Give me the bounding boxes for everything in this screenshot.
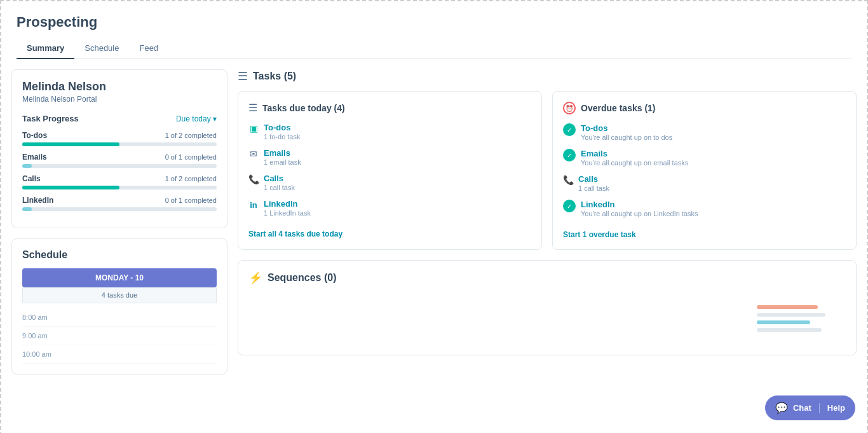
schedule-title: Schedule [22,249,217,261]
linkedin-icon-due: in [248,200,259,210]
task-item-emails-due: ✉ Emails 1 email task [248,148,531,166]
tasks-overdue-card: ⏰ Overdue tasks (1) ✓ To-dos You're all [552,91,857,250]
schedule-card: Schedule MONDAY - 10 4 tasks due 8:00 am… [11,238,227,375]
progress-bar-bg-calls [22,186,217,189]
progress-count-linkedin: 0 of 1 completed [165,196,217,204]
progress-bar-fill-todos [22,142,119,146]
chat-label: Chat [793,403,811,413]
chat-button[interactable]: 💬 Chat Help [765,395,855,420]
time-label-10am: 10:00 am [22,350,60,358]
task-name-calls-overdue[interactable]: Calls [578,174,609,184]
todo-icon-due: ▣ [248,123,259,134]
due-today-filter[interactable]: Due today ▾ [176,114,217,123]
task-name-calls-due[interactable]: Calls [264,174,295,183]
sequences-empty [248,292,846,345]
task-item-emails-overdue: ✓ Emails You're all caught up on email t… [563,149,846,167]
tasks-overdue-header: ⏰ Overdue tasks (1) [563,102,846,114]
user-name: Melinda Nelson [22,80,217,93]
progress-label-linkedin: LinkedIn [22,196,53,205]
tasks-overdue-title: Overdue tasks (1) [581,103,656,113]
schedule-tasks-due: 4 tasks due [22,287,217,303]
page-title: Prospecting [17,14,851,31]
task-sub-todos-due: 1 to-do task [264,133,300,141]
progress-bar-fill-calls [22,186,119,189]
time-label-8am: 8:00 am [22,313,60,321]
progress-bar-fill-linkedin [22,207,32,211]
task-name-todos-overdue[interactable]: To-dos [581,123,672,133]
start-overdue-task-link[interactable]: Start 1 overdue task [563,230,636,239]
tasks-grid: ☰ Tasks due today (4) ▣ To-dos 1 to-do t… [238,91,857,250]
task-name-linkedin-due[interactable]: LinkedIn [264,199,311,209]
user-card: Melinda Nelson Melinda Nelson Portal Tas… [11,69,227,228]
tab-summary[interactable]: Summary [17,38,74,59]
progress-bar-fill-emails [22,164,32,168]
seq-line-2 [757,313,825,317]
schedule-day-header[interactable]: MONDAY - 10 [22,268,217,287]
check-icon-emails-overdue: ✓ [563,149,576,162]
progress-count-calls: 1 of 2 completed [165,175,217,182]
time-label-9am: 9:00 am [22,332,60,340]
sequences-section: ⚡ Sequences (0) [238,260,857,355]
task-name-todos-due[interactable]: To-dos [264,123,300,132]
tasks-section-title: Tasks (5) [253,71,296,82]
time-slot-8am: 8:00 am [22,308,217,327]
call-icon-due: 📞 [248,174,259,184]
overdue-alarm-icon: ⏰ [563,102,576,114]
page-wrapper: Prospecting Summary Schedule Feed Melind… [0,0,868,433]
tasks-due-today-title: Tasks due today (4) [262,103,345,113]
tasks-due-today-icon: ☰ [248,102,257,114]
progress-row-emails: Emails 0 of 1 completed [22,153,217,168]
seq-line-3 [757,320,810,324]
tab-bar: Summary Schedule Feed [17,38,851,59]
task-name-linkedin-overdue[interactable]: LinkedIn [581,200,698,209]
task-item-calls-due: 📞 Calls 1 call task [248,174,531,191]
task-name-emails-due[interactable]: Emails [264,148,301,158]
tasks-section-icon: ☰ [238,69,248,83]
task-progress: Task Progress Due today ▾ To-dos 1 of 2 … [22,114,217,211]
tab-feed[interactable]: Feed [129,38,168,59]
task-item-linkedin-overdue: ✓ LinkedIn You're all caught up on Linke… [563,200,846,217]
chat-divider [819,403,820,413]
task-sub-linkedin-overdue: You're all caught up on LinkedIn tasks [581,210,698,217]
task-sub-emails-due: 1 email task [264,158,301,166]
task-sub-linkedin-due: 1 LinkedIn task [264,209,311,217]
task-sub-todos-overdue: You're all caught up on to dos [581,134,672,141]
task-item-calls-overdue: 📞 Calls 1 call task [563,174,846,192]
task-name-emails-overdue[interactable]: Emails [581,149,688,158]
time-slot-9am: 9:00 am [22,327,217,345]
right-panel: ☰ Tasks (5) ☰ Tasks due today (4) ▣ [227,69,857,425]
task-item-linkedin-due: in LinkedIn 1 LinkedIn task [248,199,531,217]
sequences-warning-icon: ⚡ [248,271,262,285]
progress-label-calls: Calls [22,174,41,183]
schedule-times: 8:00 am 9:00 am 10:00 am [22,308,217,364]
progress-bar-bg-linkedin [22,207,217,211]
tasks-due-today-card: ☰ Tasks due today (4) ▣ To-dos 1 to-do t… [238,91,542,250]
tasks-due-today-header: ☰ Tasks due today (4) [248,102,531,114]
progress-row-todos: To-dos 1 of 2 completed [22,131,217,146]
progress-row-calls: Calls 1 of 2 completed [22,174,217,189]
progress-bar-bg-emails [22,164,217,168]
progress-label-todos: To-dos [22,131,47,140]
sequences-section-header: ⚡ Sequences (0) [248,271,846,285]
task-progress-header: Task Progress Due today ▾ [22,114,217,123]
task-sub-emails-overdue: You're all caught up on email tasks [581,159,688,167]
tasks-section-header: ☰ Tasks (5) [238,69,857,83]
check-icon-linkedin-overdue: ✓ [563,200,576,212]
seq-line-1 [757,305,818,309]
progress-count-emails: 0 of 1 completed [165,153,217,161]
page-header: Prospecting Summary Schedule Feed [1,1,867,59]
user-portal: Melinda Nelson Portal [22,95,217,104]
progress-row-linkedin: LinkedIn 0 of 1 completed [22,196,217,211]
check-icon-todos-overdue: ✓ [563,123,576,136]
tab-schedule[interactable]: Schedule [74,38,129,59]
progress-label-emails: Emails [22,153,47,162]
left-panel: Melinda Nelson Melinda Nelson Portal Tas… [11,69,227,425]
chat-bubble-icon: 💬 [775,402,788,414]
start-all-tasks-link[interactable]: Start all 4 tasks due today [248,230,342,238]
task-item-todos-due: ▣ To-dos 1 to-do task [248,123,531,141]
help-label: Help [827,403,845,413]
email-icon-due: ✉ [248,149,259,159]
task-sub-calls-due: 1 call task [264,184,295,191]
progress-bar-bg-todos [22,142,217,146]
progress-count-todos: 1 of 2 completed [165,132,217,139]
